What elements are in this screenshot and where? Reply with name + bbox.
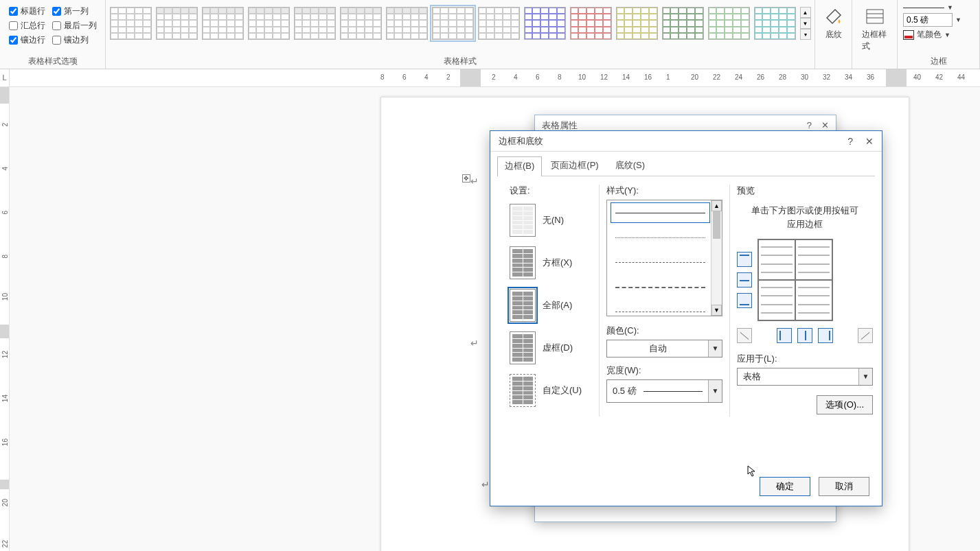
line-style-dashed[interactable] — [611, 253, 709, 272]
border-styles-icon — [864, 5, 886, 27]
apply-label: 应用于(L): — [737, 353, 873, 365]
options-group-label: 表格样式选项 — [28, 54, 78, 67]
line-style-dotted[interactable] — [611, 228, 709, 247]
chk-total-row[interactable]: 汇总行 — [9, 20, 45, 32]
close-icon[interactable]: ✕ — [865, 136, 874, 147]
vertical-ruler[interactable]: 24 68 1012 1416 2022 — [0, 87, 10, 551]
border-controls-group: ▼ ▼ 笔颜色 ▼ 边框 — [898, 0, 980, 69]
border-mid-v-button[interactable] — [797, 328, 812, 343]
line-style-list[interactable]: ▲▼ — [606, 200, 722, 316]
help-icon[interactable]: ? — [807, 120, 812, 130]
table-move-handle-icon[interactable]: ✥ — [462, 174, 470, 183]
style-column: 样式(Y): ▲▼ 颜色(C): 自动 ▼ 宽度(W): 0.5 磅 ▼ — [599, 185, 729, 417]
pen-color-swatch — [903, 30, 914, 40]
dialog-tabs: 边框(B) 页面边框(P) 底纹(S) — [497, 156, 875, 176]
preview-hint: 单击下方图示或使用按钮可应用边框 — [737, 204, 873, 231]
style-thumb[interactable] — [524, 7, 566, 40]
chevron-down-icon[interactable]: ▼ — [708, 380, 722, 402]
styles-group-label: 表格样式 — [444, 54, 477, 67]
style-thumb[interactable] — [754, 7, 796, 40]
shading-group: 底纹 — [815, 0, 852, 69]
border-diag-up-button[interactable] — [858, 328, 873, 343]
style-label: 样式(Y): — [606, 185, 722, 197]
ruler-row: L 86 42 24 68 1012 1416 1 2022 2426 2830… — [0, 69, 980, 87]
dialog-title: 边框和底纹 — [499, 135, 543, 148]
chevron-down-icon[interactable]: ▼ — [955, 16, 961, 23]
cancel-button[interactable]: 取消 — [819, 477, 869, 496]
chevron-down-icon[interactable]: ▼ — [947, 4, 953, 11]
setting-all[interactable]: 全部(A) — [510, 289, 592, 322]
border-right-button[interactable] — [818, 328, 833, 343]
table-style-options-group: 标题行 第一列 汇总行 最后一列 镶边行 镶边列 表格样式选项 — [0, 0, 106, 69]
table-styles-group: ▲▼▾ 表格样式 — [106, 0, 815, 69]
chk-banded-col[interactable]: 镶边列 — [52, 34, 97, 46]
line-style-solid[interactable] — [611, 203, 709, 222]
color-label: 颜色(C): — [606, 325, 722, 337]
style-thumb[interactable] — [294, 7, 336, 40]
setting-box[interactable]: 方框(X) — [510, 246, 592, 279]
borders-group-label: 边框 — [931, 54, 947, 67]
style-thumb[interactable] — [340, 7, 382, 40]
setting-grid[interactable]: 虚框(D) — [510, 331, 592, 364]
border-width-input[interactable] — [903, 13, 953, 27]
styles-gallery[interactable]: ▲▼▾ — [107, 3, 814, 54]
width-label: 宽度(W): — [606, 364, 722, 377]
tab-borders[interactable]: 边框(B) — [497, 156, 542, 176]
border-styles-button[interactable]: 边框样式 — [858, 3, 891, 55]
chk-first-col[interactable]: 第一列 — [52, 5, 97, 17]
line-style-dashdot[interactable] — [611, 302, 709, 321]
style-thumb[interactable] — [662, 7, 704, 40]
style-thumb[interactable] — [616, 7, 658, 40]
style-thumb-selected[interactable] — [432, 7, 474, 40]
preview-box[interactable] — [757, 239, 833, 321]
preview-label: 预览 — [737, 185, 873, 197]
chk-banded-row[interactable]: 镶边行 — [9, 34, 45, 46]
apply-combo[interactable]: 表格 ▼ — [737, 368, 873, 386]
ribbon: 标题行 第一列 汇总行 最后一列 镶边行 镶边列 表格样式选项 ▲▼▾ — [0, 0, 980, 69]
tab-shading[interactable]: 底纹(S) — [608, 156, 652, 176]
setting-custom[interactable]: 自定义(U) — [510, 374, 592, 407]
shading-button[interactable]: 底纹 — [819, 3, 849, 43]
tab-page-border[interactable]: 页面边框(P) — [543, 156, 606, 176]
chk-last-col[interactable]: 最后一列 — [52, 20, 97, 32]
svg-rect-0 — [867, 10, 883, 23]
border-left-button[interactable] — [777, 328, 792, 343]
setting-none[interactable]: 无(N) — [510, 204, 592, 237]
borders-shading-dialog: 边框和底纹 ?✕ 边框(B) 页面边框(P) 底纹(S) 设置: 无(N) 方框… — [490, 130, 882, 506]
style-thumb[interactable] — [708, 7, 750, 40]
border-mid-h-button[interactable] — [737, 272, 752, 288]
style-thumb[interactable] — [202, 7, 244, 40]
help-icon[interactable]: ? — [847, 136, 853, 147]
border-diag-down-button[interactable] — [737, 328, 752, 343]
options-button[interactable]: 选项(O)... — [817, 395, 873, 414]
styles-scroll[interactable]: ▲▼▾ — [800, 7, 811, 40]
chk-header-row[interactable]: 标题行 — [9, 5, 45, 17]
dialog-title-bar[interactable]: 边框和底纹 ?✕ — [490, 131, 882, 152]
bucket-icon — [823, 5, 845, 27]
style-thumb[interactable] — [478, 7, 520, 40]
preview-column: 预览 单击下方图示或使用按钮可应用边框 — [729, 185, 880, 417]
line-style-dashed-wide[interactable] — [611, 277, 709, 296]
border-bottom-button[interactable] — [737, 293, 752, 308]
settings-column: 设置: 无(N) 方框(X) 全部(A) 虚框(D) 自定义(U) — [503, 185, 599, 417]
style-thumb[interactable] — [570, 7, 612, 40]
style-thumb[interactable] — [156, 7, 198, 40]
border-styles-group: 边框样式 — [852, 0, 898, 69]
pen-color-button[interactable]: 笔颜色 ▼ — [903, 29, 961, 40]
width-combo[interactable]: 0.5 磅 ▼ — [606, 379, 722, 403]
settings-label: 设置: — [510, 185, 592, 197]
border-top-button[interactable] — [737, 252, 752, 267]
close-icon[interactable]: ✕ — [821, 120, 829, 130]
ruler-corner: L — [0, 69, 10, 86]
style-thumb[interactable] — [110, 7, 152, 40]
color-combo[interactable]: 自动 ▼ — [606, 340, 722, 357]
style-scrollbar[interactable]: ▲▼ — [711, 200, 722, 316]
chevron-down-icon[interactable]: ▼ — [858, 368, 872, 385]
chevron-down-icon[interactable]: ▼ — [708, 340, 722, 357]
ok-button[interactable]: 确定 — [760, 477, 810, 496]
horizontal-ruler[interactable]: 86 42 24 68 1012 1416 1 2022 2426 2830 3… — [10, 69, 980, 86]
style-thumb[interactable] — [248, 7, 290, 40]
style-thumb[interactable] — [386, 7, 428, 40]
